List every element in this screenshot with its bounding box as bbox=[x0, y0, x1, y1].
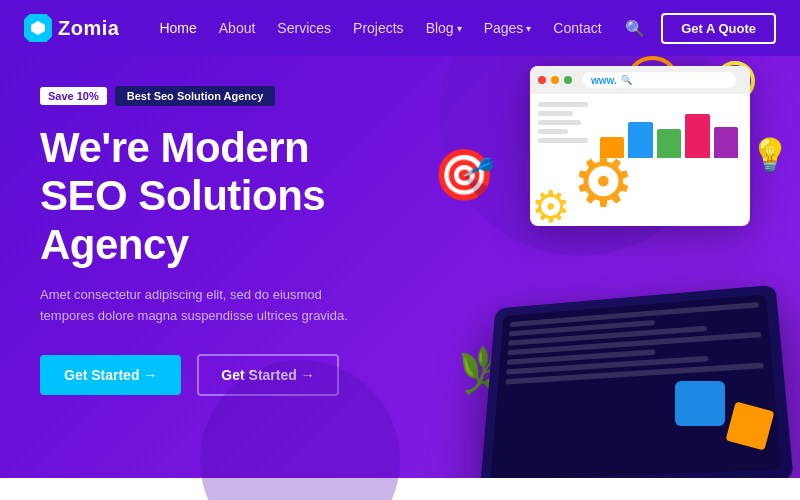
nav-item-services[interactable]: Services bbox=[277, 20, 331, 36]
device-screen-content bbox=[497, 294, 774, 396]
hero-title-line3: Agency bbox=[40, 221, 189, 268]
browser-dot-red bbox=[538, 76, 546, 84]
sidebar-line-4 bbox=[538, 129, 568, 134]
browser-url-bar: www. 🔍 bbox=[583, 72, 736, 88]
search-icon-button[interactable]: 🔍 bbox=[625, 19, 645, 38]
sidebar-line-3 bbox=[538, 120, 581, 125]
chart-bar-3 bbox=[657, 129, 681, 158]
main-nav: Home About Services Projects Blog Pages … bbox=[159, 20, 625, 36]
target-icon: 🎯 bbox=[433, 146, 495, 204]
nav-item-about[interactable]: About bbox=[219, 20, 256, 36]
chart-bar-5 bbox=[714, 127, 738, 158]
browser-dot-green bbox=[564, 76, 572, 84]
hero-content: Save 10% Best Seo Solution Agency We're … bbox=[40, 86, 420, 396]
nav-item-projects[interactable]: Projects bbox=[353, 20, 404, 36]
svg-marker-0 bbox=[31, 21, 45, 35]
lightbulb-icon: 💡 bbox=[750, 136, 790, 174]
header: Zomia Home About Services Projects Blog … bbox=[0, 0, 800, 56]
logo-text: Zomia bbox=[58, 17, 119, 40]
browser-dot-yellow bbox=[551, 76, 559, 84]
browser-search-icon: 🔍 bbox=[621, 75, 632, 85]
gear-large-icon: ⚙ bbox=[572, 141, 635, 223]
cta-buttons: Get Started → Get Started → bbox=[40, 354, 420, 396]
hero-title-line2: SEO Solutions bbox=[40, 172, 325, 219]
browser-body bbox=[530, 94, 750, 170]
quote-button[interactable]: Get A Quote bbox=[661, 13, 776, 44]
device-base bbox=[480, 285, 794, 491]
bottom-strip bbox=[0, 478, 800, 500]
chart-bar-4 bbox=[685, 114, 709, 158]
browser-bar: www. 🔍 bbox=[530, 66, 750, 94]
blue-box-deco bbox=[675, 381, 725, 426]
cta-primary-button[interactable]: Get Started → bbox=[40, 355, 181, 395]
hero-description: Amet consectetur adipiscing elit, sed do… bbox=[40, 285, 360, 327]
cta-secondary-button[interactable]: Get Started → bbox=[197, 354, 338, 396]
nav-item-blog[interactable]: Blog bbox=[426, 20, 462, 36]
badge-label: Best Seo Solution Agency bbox=[115, 86, 276, 106]
sidebar-line-1 bbox=[538, 102, 588, 107]
badge-row: Save 10% Best Seo Solution Agency bbox=[40, 86, 420, 106]
logo-icon bbox=[24, 14, 52, 42]
nav-item-pages[interactable]: Pages bbox=[484, 20, 532, 36]
header-right: 🔍 Get A Quote bbox=[625, 13, 776, 44]
hero-title: We're Modern SEO Solutions Agency bbox=[40, 124, 420, 269]
nav-item-contact[interactable]: Contact bbox=[553, 20, 601, 36]
sidebar-line-2 bbox=[538, 111, 573, 116]
badge-save: Save 10% bbox=[40, 87, 107, 105]
hero-title-line1: We're Modern bbox=[40, 124, 309, 171]
browser-url-text: www. bbox=[591, 75, 617, 86]
hero-illustration: www. 🔍 ⊘ ✕ 💡 www. 🔍 bbox=[390, 56, 800, 500]
device-screen bbox=[490, 294, 781, 480]
logo[interactable]: Zomia bbox=[24, 14, 119, 42]
gear-small-icon: ⚙ bbox=[531, 181, 570, 232]
hero-section: Save 10% Best Seo Solution Agency We're … bbox=[0, 56, 800, 500]
nav-item-home[interactable]: Home bbox=[159, 20, 196, 36]
